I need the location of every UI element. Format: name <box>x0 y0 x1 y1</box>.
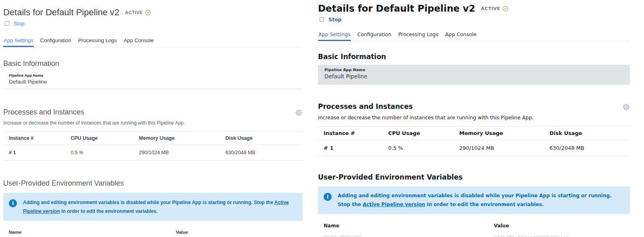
gear-icon[interactable] <box>622 103 630 111</box>
stop-icon <box>320 17 324 22</box>
col-memory: Memory Usage <box>139 132 225 145</box>
page-header: Details for Default Pipeline v2 ACTIVE <box>318 3 630 14</box>
env-name-input[interactable]: SFDE_PIPELINE <box>318 235 474 237</box>
table-row: # 1 0.5 % 290/1024 MB 630/2048 MB <box>3 145 303 161</box>
status-badge: ACTIVE <box>481 6 500 11</box>
env-vars-notice-banner: i Adding and editing environment variabl… <box>3 193 303 221</box>
tab-bar: App Settings Configuration Processing Lo… <box>318 31 630 41</box>
env-var-row: Name SFDE_PIPELINE Value 5f3bdf2c904ca50… <box>3 230 303 237</box>
tab-processing-logs[interactable]: Processing Logs <box>78 37 117 47</box>
basic-information-heading: Basic Information <box>318 53 630 61</box>
tab-app-console[interactable]: App Console <box>123 37 154 47</box>
cell-instance: # 1 <box>3 145 70 161</box>
stop-button[interactable]: Stop <box>3 20 303 27</box>
col-disk: Disk Usage <box>549 127 630 140</box>
pipeline-app-name-field: Pipeline App Name Default Pipeline <box>3 72 303 89</box>
env-value-input[interactable]: 5f3bdf2c904ca5089523eec6 <box>488 235 630 237</box>
env-value-label: Value <box>170 230 303 235</box>
env-value-label: Value <box>488 223 630 229</box>
table-header-row: Instance # CPU Usage Memory Usage Disk U… <box>3 132 303 145</box>
check-circle-icon <box>502 6 508 12</box>
pipeline-app-name-value: Default Pipeline <box>9 79 303 85</box>
env-name-label: Name <box>318 223 474 229</box>
table-row: # 1 0.5 % 290/1024 MB 630/2048 MB <box>318 140 630 156</box>
page-title: Details for Default Pipeline v2 <box>3 7 120 18</box>
stop-button[interactable]: Stop <box>318 16 630 22</box>
tab-app-console[interactable]: App Console <box>445 31 477 41</box>
env-name-field: Name SFDE_PIPELINE <box>318 223 474 237</box>
stop-button-label: Stop <box>328 16 342 22</box>
tab-app-settings[interactable]: App Settings <box>3 37 34 47</box>
page-header: Details for Default Pipeline v2 ACTIVE <box>3 7 303 18</box>
notice-text: Adding and editing environment variables… <box>338 192 622 209</box>
stop-icon <box>5 21 9 26</box>
info-icon: i <box>324 193 332 201</box>
pipeline-app-name-label: Pipeline App Name <box>324 67 630 72</box>
cell-disk: 630/2048 MB <box>549 140 630 156</box>
notice-text-before: Adding and editing environment variables… <box>23 200 275 205</box>
env-value-field: Value 5f3bdf2c904ca5089523eec6 <box>170 230 303 237</box>
col-instance: Instance # <box>318 127 388 140</box>
pipeline-details-panel-left: Details for Default Pipeline v2 ACTIVE S… <box>3 0 303 237</box>
tab-app-settings[interactable]: App Settings <box>318 31 351 41</box>
col-instance: Instance # <box>3 132 70 145</box>
env-var-row: Name SFDE_PIPELINE Value 5f3bdf2c904ca50… <box>318 223 630 237</box>
check-circle-icon <box>145 10 151 16</box>
processes-heading: Processes and Instances <box>318 102 413 110</box>
env-vars-notice-banner: i Adding and editing environment variabl… <box>318 186 630 214</box>
env-vars-heading: User-Provided Environment Variables <box>3 179 303 188</box>
notice-text-after: In order to edit the environment variabl… <box>60 208 158 214</box>
env-vars-heading: User-Provided Environment Variables <box>318 173 630 181</box>
info-icon: i <box>9 199 17 207</box>
pipeline-app-name-label: Pipeline App Name <box>9 73 303 78</box>
col-disk: Disk Usage <box>225 132 303 145</box>
cell-disk: 630/2048 MB <box>225 145 303 161</box>
gear-icon[interactable] <box>295 109 303 116</box>
tab-processing-logs[interactable]: Processing Logs <box>398 31 439 41</box>
cell-memory: 290/1024 MB <box>459 140 549 156</box>
cell-cpu: 0.5 % <box>388 140 459 156</box>
processes-heading: Processes and Instances <box>3 108 84 116</box>
pipeline-details-panel-right: Details for Default Pipeline v2 ACTIVE S… <box>318 0 630 237</box>
env-value-field: Value 5f3bdf2c904ca5089523eec6 <box>488 223 630 237</box>
stop-button-label: Stop <box>14 20 25 27</box>
env-name-label: Name <box>3 230 151 235</box>
pipeline-app-name-field: Pipeline App Name Default Pipeline <box>318 65 630 85</box>
active-pipeline-version-link[interactable]: Active Pipeline version <box>363 202 425 207</box>
processes-description: Increase or decrease the number of insta… <box>318 114 630 121</box>
tab-configuration[interactable]: Configuration <box>357 31 392 41</box>
tab-bar: App Settings Configuration Processing Lo… <box>3 37 303 47</box>
cell-cpu: 0.5 % <box>70 145 139 161</box>
notice-text: Adding and editing environment variables… <box>23 198 295 216</box>
notice-text-after: In order to edit the environment variabl… <box>425 202 544 207</box>
processes-description: Increase or decrease the number of insta… <box>3 120 303 126</box>
page-title: Details for Default Pipeline v2 <box>318 3 475 14</box>
col-cpu: CPU Usage <box>388 127 459 140</box>
instances-table: Instance # CPU Usage Memory Usage Disk U… <box>3 131 303 161</box>
pipeline-app-name-value: Default Pipeline <box>324 73 630 80</box>
cell-memory: 290/1024 MB <box>139 145 225 161</box>
instances-table: Instance # CPU Usage Memory Usage Disk U… <box>318 126 630 156</box>
col-memory: Memory Usage <box>459 127 549 140</box>
processes-header: Processes and Instances <box>318 102 630 111</box>
status-badge: ACTIVE <box>125 10 143 15</box>
tab-configuration[interactable]: Configuration <box>40 37 72 47</box>
processes-header: Processes and Instances <box>3 108 303 116</box>
env-name-field: Name SFDE_PIPELINE <box>3 230 151 237</box>
cell-instance: # 1 <box>318 140 388 156</box>
basic-information-heading: Basic Information <box>3 59 303 68</box>
table-header-row: Instance # CPU Usage Memory Usage Disk U… <box>318 127 630 140</box>
col-cpu: CPU Usage <box>70 132 139 145</box>
